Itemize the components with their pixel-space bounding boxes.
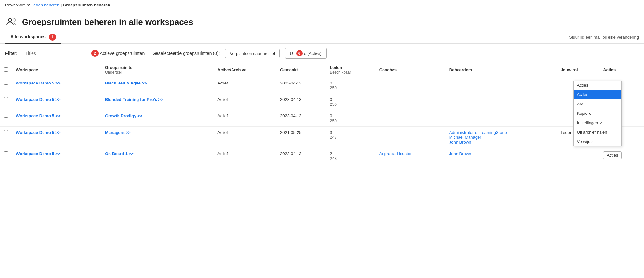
status-cell: Actief — [213, 127, 276, 148]
gemaakt-cell: 2023-04-13 — [276, 77, 326, 94]
coaches-cell — [375, 94, 445, 110]
update-button[interactable]: U 6 e (Active) — [285, 48, 326, 59]
admin-link[interactable]: Administrator of LearningStone — [449, 130, 553, 135]
beheerders-cell — [445, 110, 557, 127]
groepsruimte-link[interactable]: Blended Training for Pro's >> — [105, 97, 163, 102]
row-checkbox[interactable] — [4, 97, 8, 101]
row-checkbox-cell — [0, 77, 12, 94]
groepsruimte-header: GroepsruimteOndertitel — [101, 63, 213, 77]
workspace-cell: Workspace Demo 5 >> — [12, 77, 101, 94]
dropdown-item[interactable]: Kopieren — [574, 109, 621, 118]
dropdown-header: Acties — [574, 81, 621, 90]
beheerders-cell: John Brown — [445, 148, 557, 164]
groepsruimte-cell: Growth Prodigy >> — [101, 110, 213, 127]
groepsruimte-cell: Blended Training for Pro's >> — [101, 94, 213, 110]
coaches-cell — [375, 127, 445, 148]
groepsruimte-link[interactable]: On Board 1 >> — [105, 151, 134, 156]
badge-6: 6 — [296, 50, 303, 56]
leden-cell: 3247 — [326, 127, 375, 148]
tabs-right: Stuur lid een mail bij elke verandering — [569, 35, 639, 40]
coaches-header: Coaches — [375, 63, 445, 77]
dropdown-item[interactable]: Instellingen ↗ — [574, 118, 621, 127]
table-row: Workspace Demo 5 >>Blended Training for … — [0, 94, 644, 110]
status-cell: Actief — [213, 94, 276, 110]
admin-link[interactable]: John Brown — [449, 140, 553, 144]
select-all-header — [0, 63, 12, 77]
admin-link[interactable]: John Brown — [449, 151, 553, 156]
workspace-cell: Workspace Demo 5 >> — [12, 127, 101, 148]
dropdown-item[interactable]: Arc... — [574, 99, 621, 109]
table-row: Workspace Demo 5 >>Managers >>Actief2021… — [0, 127, 644, 148]
acties-header: Acties — [599, 63, 644, 77]
groepsruimten-beheren-label: Groepsruimten beheren — [63, 3, 110, 7]
workspace-cell: Workspace Demo 5 >> — [12, 148, 101, 164]
dropdown-item[interactable]: Verwijder — [574, 137, 621, 146]
filter-dropdown: 2 Actieve groepsruimten — [90, 50, 145, 57]
groepsruimte-link[interactable]: Black Belt & Agile >> — [105, 81, 147, 85]
select-all-checkbox[interactable] — [4, 67, 8, 72]
svg-point-0 — [8, 18, 12, 22]
user-group-icon — [5, 15, 18, 28]
row-checkbox[interactable] — [4, 114, 8, 118]
leden-cell: 2248 — [326, 148, 375, 164]
acties-dropdown-menu: ActiesActiesArc...KopierenInstellingen ↗… — [573, 81, 622, 146]
row-checkbox-cell — [0, 127, 12, 148]
row-checkbox[interactable] — [4, 151, 8, 155]
status-cell: Actief — [213, 110, 276, 127]
badge-2: 2 — [91, 50, 99, 57]
beheerders-header: Beheerders — [445, 63, 557, 77]
leden-cell: 0250 — [326, 77, 375, 94]
row-checkbox-cell — [0, 94, 12, 110]
jouw-rol-cell — [557, 148, 599, 164]
gemaakt-cell: 2023-04-13 — [276, 110, 326, 127]
admin-link[interactable]: Michael Manager — [449, 135, 553, 140]
groepsruimte-link[interactable]: Managers >> — [105, 130, 131, 135]
dropdown-item[interactable]: Acties — [574, 90, 621, 99]
filter-bar: Filter: 2 Actieve groepsruimten Geselect… — [0, 44, 644, 63]
table-row: Workspace Demo 5 >>On Board 1 >>Actief20… — [0, 148, 644, 164]
workspace-header: Workspace — [12, 63, 101, 77]
workspace-link[interactable]: Workspace Demo 5 >> — [16, 81, 61, 85]
table-row: Workspace Demo 5 >>Growth Prodigy >>Acti… — [0, 110, 644, 127]
gemaakt-cell: 2023-04-13 — [276, 94, 326, 110]
update-btn-text: U — [290, 51, 293, 56]
workspace-tabs: Alle workspaces 1 Stuur lid een mail bij… — [0, 31, 644, 44]
beheerders-cell — [445, 94, 557, 110]
gemaakt-cell: 2021-05-25 — [276, 127, 326, 148]
workspace-link[interactable]: Workspace Demo 5 >> — [16, 130, 61, 135]
workspace-link[interactable]: Workspace Demo 5 >> — [16, 151, 61, 156]
leden-cell: 0250 — [326, 110, 375, 127]
selected-label: Geselecteerde groepsruimten (0): — [152, 51, 220, 56]
svg-point-1 — [13, 19, 15, 21]
coach-link[interactable]: Angracia Houston — [379, 151, 441, 156]
groepsruimten-table: Workspace GroepsruimteOndertitel Active/… — [0, 63, 644, 164]
acties-cell: ActiesActiesActiesArc...KopierenInstelli… — [599, 77, 644, 94]
title-filter-input[interactable] — [23, 49, 84, 57]
leden-cell: 0250 — [326, 94, 375, 110]
update-btn-suffix: e (Active) — [304, 51, 322, 56]
workspace-link[interactable]: Workspace Demo 5 >> — [16, 97, 61, 102]
archive-button[interactable]: Verplaatsen naar archief — [225, 49, 280, 58]
workspace-link[interactable]: Workspace Demo 5 >> — [16, 114, 61, 118]
leden-beheren-link[interactable]: Leden beheren — [31, 3, 59, 7]
badge-1: 1 — [49, 34, 56, 41]
groepsruimte-link[interactable]: Growth Prodigy >> — [105, 114, 142, 118]
acties-cell: Acties — [599, 148, 644, 164]
filter-dropdown-label[interactable]: Actieve groepsruimten — [100, 51, 145, 56]
leden-header: LedenBeschikbaar — [326, 63, 375, 77]
beheerders-cell — [445, 77, 557, 94]
dropdown-item[interactable]: Uit archief halen — [574, 127, 621, 137]
row-checkbox[interactable] — [4, 130, 8, 134]
coaches-cell: Angracia Houston — [375, 148, 445, 164]
top-bar: PowerAdmin: Leden beheren | Groepsruimte… — [0, 0, 644, 10]
page-header: Groepsruimten beheren in alle workspaces — [0, 10, 644, 31]
acties-button[interactable]: Acties — [603, 151, 621, 159]
status-cell: Actief — [213, 148, 276, 164]
groepsruimte-cell: Black Belt & Agile >> — [101, 77, 213, 94]
row-checkbox[interactable] — [4, 81, 8, 85]
coaches-cell — [375, 77, 445, 94]
tab-alle-workspaces[interactable]: Alle workspaces 1 — [5, 31, 61, 44]
gemaakt-cell: 2023-04-13 — [276, 148, 326, 164]
groepsruimte-cell: On Board 1 >> — [101, 148, 213, 164]
groepsruimte-cell: Managers >> — [101, 127, 213, 148]
